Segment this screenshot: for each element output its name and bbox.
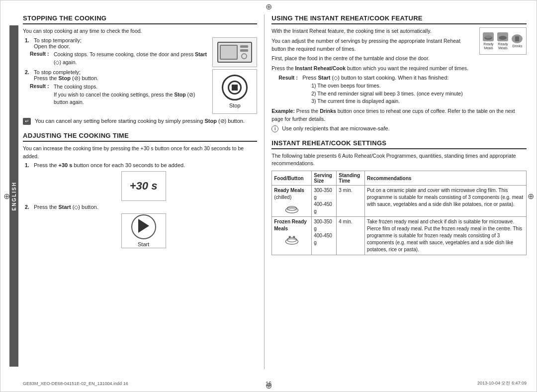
result2-text2: If you wish to cancel the cooking settin… xyxy=(54,92,195,105)
col-recommendations: Recommendations xyxy=(364,171,526,186)
stopping-section: STOPPING THE COOKING You can stop cookin… xyxy=(23,14,257,125)
stopping-title: STOPPING THE COOKING xyxy=(23,14,257,24)
main-content: STOPPING THE COOKING You can stop cookin… xyxy=(23,14,527,369)
result1-label: Result : xyxy=(30,51,52,67)
recommendation-1: Put on a ceramic plate and cover with mi… xyxy=(364,186,526,217)
reg-mark-right: ⊕ xyxy=(527,192,535,200)
frozen-meals-icon xyxy=(285,234,299,246)
footer-left: GE83M_XEO-DE68-04151E-02_EN_131004.indd … xyxy=(23,381,128,386)
sub-item-3: 3) The current time is displayed again. xyxy=(311,98,462,105)
serving-1: 300-350 g400-450 g xyxy=(312,186,337,217)
using-sub-list: 1) The oven beeps four times. 2) The end… xyxy=(311,82,462,105)
item2-text: To stop completely; xyxy=(34,69,81,75)
instant-section: INSTANT REHEAT/COOK SETTINGS The followi… xyxy=(271,139,527,256)
item2-number: 2. xyxy=(25,69,32,82)
standing-2: 4 min. xyxy=(337,217,365,255)
stopping-item1-block: 1. To stop temporarily; Open the door. R… xyxy=(23,37,257,69)
microwave-illustration xyxy=(212,37,257,67)
right-column: USING THE INSTANT REHEAT/COOK FEATURE Re… xyxy=(265,14,527,369)
adj-item1-text: Press the +30 s button once for each 30 … xyxy=(34,162,185,168)
stopping-item2: 2. To stop completely; Press the Stop (⊘… xyxy=(25,69,208,82)
stopping-item2-block: Stop 2. To stop completely; Press the St… xyxy=(23,69,257,116)
reheat-shape-1 xyxy=(483,32,494,41)
using-section: USING THE INSTANT REHEAT/COOK FEATURE Re… xyxy=(271,14,527,132)
food-ready-meals: Ready Meals (chilled) xyxy=(272,186,312,217)
svg-point-6 xyxy=(285,239,298,244)
result2-content: The cooking stops. If you wish to cancel… xyxy=(54,83,208,106)
reheat-icon-3: Drinks xyxy=(512,34,523,48)
ready-meals-icon-svg xyxy=(484,33,493,40)
item1-content: To stop temporarily; Open the door. xyxy=(34,37,82,49)
food-name-1: Ready Meals xyxy=(274,188,304,193)
microwave-dial xyxy=(241,53,247,59)
ready-meals-icon xyxy=(285,202,299,214)
svg-point-2 xyxy=(499,36,507,40)
result1-text: Cooking stops. To resume cooking, close … xyxy=(54,51,208,67)
svg-point-7 xyxy=(287,238,297,242)
item1-number: 1. xyxy=(25,37,32,49)
using-intro3: First, place the food in the centre of t… xyxy=(271,55,527,63)
col-food-button: Food/Button xyxy=(272,171,312,186)
table-header: Food/Button Serving Size Standing Time R… xyxy=(272,171,527,186)
table-header-row: Food/Button Serving Size Standing Time R… xyxy=(272,171,527,186)
using-result-content: Press Start (◇) button to start cooking.… xyxy=(302,75,462,105)
instant-intro: The following table presents 6 Auto Rehe… xyxy=(271,152,527,168)
start-illustration: Start xyxy=(121,213,166,248)
stopping-note-text: You can cancel any setting before starti… xyxy=(35,118,245,124)
stop-square xyxy=(232,85,238,91)
reheat-label-3: Drinks xyxy=(513,44,523,48)
using-note: i Use only recipients that are microwave… xyxy=(271,125,527,132)
using-result: Result : Press Start (◇) button to start… xyxy=(278,75,527,105)
result1-block: Result : Cooking stops. To resume cookin… xyxy=(30,51,208,67)
adjusting-content: 1. Press the +30 s button once for each … xyxy=(23,162,257,248)
stopping-note: ↵ You can cancel any setting before star… xyxy=(23,118,257,125)
item2-sub: Press the Stop (⊘) button. xyxy=(34,75,98,81)
adjusting-item1: 1. Press the +30 s button once for each … xyxy=(25,162,257,168)
table-row: Ready Meals (chilled) 300-350 g400-450 g… xyxy=(272,186,527,217)
adjusting-item2: 2. Press the Start (◇) button. xyxy=(25,204,257,210)
reheat-icon-1: ReadyMeals xyxy=(483,32,494,50)
microwave-window xyxy=(220,45,238,60)
start-box: Start xyxy=(30,213,257,248)
svg-point-4 xyxy=(285,207,298,213)
plus30-label: +30 s xyxy=(130,180,158,193)
using-result-text: Press Start (◇) button to start cooking.… xyxy=(302,75,448,81)
start-circle xyxy=(131,214,156,239)
result2-block: Result : The cooking stops. If you wish … xyxy=(30,83,208,106)
reg-mark-top: ⊕ xyxy=(265,2,272,10)
adj-item2-num: 2. xyxy=(25,204,32,210)
ready-meals2-icon-svg xyxy=(498,33,507,40)
adjusting-items: 1. Press the +30 s button once for each … xyxy=(23,162,257,248)
using-result-label: Result : xyxy=(278,75,300,105)
adj-item1-num: 1. xyxy=(25,162,32,168)
sub-item-1: 1) The oven beeps four times. xyxy=(311,82,462,90)
reheat-icon-2: ReadyMeals xyxy=(497,32,508,50)
food-name-2: Frozen Ready Meals xyxy=(274,219,307,231)
recommendation-2: Take frozen ready meal and check if dish… xyxy=(364,217,526,255)
item1-sub: Open the door. xyxy=(34,43,70,49)
left-column: STOPPING THE COOKING You can stop cookin… xyxy=(23,14,265,369)
plus30-box: +30 s xyxy=(30,171,257,201)
item1-text: To stop temporarily; xyxy=(34,37,82,43)
note-icon: ↵ xyxy=(23,118,31,125)
food-frozen-meals: Frozen Ready Meals xyxy=(272,217,312,255)
language-label: ENGLISH xyxy=(11,182,17,210)
stop-label: Stop xyxy=(229,102,241,108)
start-label: Start xyxy=(138,241,149,247)
standing-1: 3 min. xyxy=(337,186,365,217)
food-sub-1: (chilled) xyxy=(274,195,291,200)
plus30-illustration: +30 s xyxy=(121,171,166,201)
adjusting-intro: You can increase the cooking time by pre… xyxy=(23,145,257,161)
reheat-label-2: ReadyMeals xyxy=(498,42,508,50)
using-note-text: Use only recipients that are microwave-s… xyxy=(282,125,389,131)
stopping-item1: 1. To stop temporarily; Open the door. xyxy=(25,37,208,49)
item2-content: To stop completely; Press the Stop (⊘) b… xyxy=(34,69,98,82)
microwave-button-1 xyxy=(240,45,248,48)
microwave-body xyxy=(217,42,252,63)
microwave-button-2 xyxy=(240,49,248,52)
drinks-icon-svg xyxy=(513,35,522,42)
stopping-intro: You can stop cooking at any time to chec… xyxy=(23,27,257,35)
col-serving: Serving Size xyxy=(312,171,337,186)
adjusting-section: ADJUSTING THE COOKING TIME You can incre… xyxy=(23,132,257,249)
start-triangle xyxy=(138,219,149,233)
